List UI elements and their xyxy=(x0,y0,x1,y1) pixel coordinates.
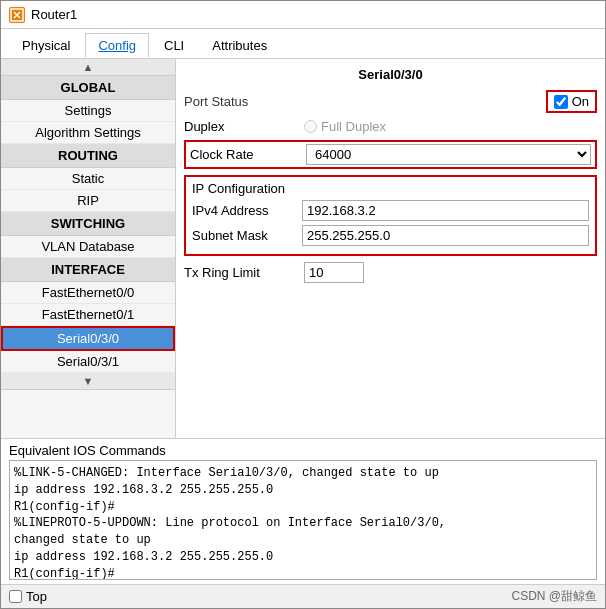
port-status-label: Port Status xyxy=(184,94,304,109)
ios-line-4: %LINEPROTO-5-UPDOWN: Line protocol on In… xyxy=(14,515,592,532)
title-bar: Router1 xyxy=(1,1,605,29)
top-label: Top xyxy=(26,589,47,604)
status-bar: Top CSDN @甜鲸鱼 xyxy=(1,584,605,608)
sidebar-item-serial030[interactable]: Serial0/3/0 xyxy=(1,326,175,351)
main-window: Router1 Physical Config CLI Attributes ▲… xyxy=(0,0,606,609)
tab-cli[interactable]: CLI xyxy=(151,33,197,58)
on-checkbox[interactable] xyxy=(554,95,568,109)
sidebar-item-rip[interactable]: RIP xyxy=(1,190,175,212)
sidebar-switching-header: SWITCHING xyxy=(1,212,175,236)
on-label: On xyxy=(572,94,589,109)
sidebar-item-fastethernet01[interactable]: FastEthernet0/1 xyxy=(1,304,175,326)
ios-line-2: ip address 192.168.3.2 255.255.255.0 xyxy=(14,482,592,499)
top-checkbox[interactable] xyxy=(9,590,22,603)
ios-line-3: R1(config-if)# xyxy=(14,499,592,516)
clock-rate-select[interactable]: 64000 9600 56000 128000 xyxy=(306,144,591,165)
ios-line-1: %LINK-5-CHANGED: Interface Serial0/3/0, … xyxy=(14,465,592,482)
ipv4-address-row: IPv4 Address xyxy=(192,200,589,221)
ipv4-address-label: IPv4 Address xyxy=(192,203,302,218)
subnet-mask-input[interactable] xyxy=(302,225,589,246)
duplex-radio: Full Duplex xyxy=(304,119,386,134)
tab-attributes[interactable]: Attributes xyxy=(199,33,280,58)
ios-commands-section: Equivalent IOS Commands %LINK-5-CHANGED:… xyxy=(1,438,605,584)
ios-line-6: ip address 192.168.3.2 255.255.255.0 xyxy=(14,549,592,566)
duplex-row: Duplex Full Duplex xyxy=(184,119,597,134)
duplex-label: Duplex xyxy=(184,119,304,134)
full-duplex-label: Full Duplex xyxy=(321,119,386,134)
ipv4-address-input[interactable] xyxy=(302,200,589,221)
tx-ring-input[interactable] xyxy=(304,262,364,283)
sidebar-item-static[interactable]: Static xyxy=(1,168,175,190)
tab-config[interactable]: Config xyxy=(85,33,149,58)
clock-rate-row: Clock Rate 64000 9600 56000 128000 xyxy=(184,140,597,169)
sidebar-item-vlan-database[interactable]: VLAN Database xyxy=(1,236,175,258)
sidebar-global-header: GLOBAL xyxy=(1,76,175,100)
sidebar-item-settings[interactable]: Settings xyxy=(1,100,175,122)
ip-config-title: IP Configuration xyxy=(192,181,589,196)
full-duplex-radio[interactable] xyxy=(304,120,317,133)
clock-rate-label: Clock Rate xyxy=(190,147,306,162)
sidebar-routing-header: ROUTING xyxy=(1,144,175,168)
csdn-watermark: CSDN @甜鲸鱼 xyxy=(511,588,597,605)
subnet-mask-row: Subnet Mask xyxy=(192,225,589,246)
ios-line-5: changed state to up xyxy=(14,532,592,549)
sidebar-interface-header: INTERFACE xyxy=(1,258,175,282)
on-checkbox-container: On xyxy=(546,90,597,113)
right-panel: Serial0/3/0 Port Status On Duplex Full D… xyxy=(176,59,605,438)
tab-bar: Physical Config CLI Attributes xyxy=(1,29,605,59)
sidebar-item-fastethernet00[interactable]: FastEthernet0/0 xyxy=(1,282,175,304)
ip-config-section: IP Configuration IPv4 Address Subnet Mas… xyxy=(184,175,597,256)
app-icon xyxy=(9,7,25,23)
sidebar-item-serial031[interactable]: Serial0/3/1 xyxy=(1,351,175,373)
tab-physical[interactable]: Physical xyxy=(9,33,83,58)
scroll-up-button[interactable]: ▲ xyxy=(1,59,175,76)
scroll-down-button[interactable]: ▼ xyxy=(1,373,175,390)
ios-commands-label: Equivalent IOS Commands xyxy=(1,439,605,460)
ios-commands-box[interactable]: %LINK-5-CHANGED: Interface Serial0/3/0, … xyxy=(9,460,597,580)
tx-ring-row: Tx Ring Limit xyxy=(184,262,597,283)
main-content: ▲ GLOBAL Settings Algorithm Settings ROU… xyxy=(1,59,605,438)
port-status-row: Port Status On xyxy=(184,90,597,113)
ios-line-7: R1(config-if)# xyxy=(14,566,592,580)
tx-ring-label: Tx Ring Limit xyxy=(184,265,304,280)
window-title: Router1 xyxy=(31,7,77,22)
top-checkbox-container: Top xyxy=(9,589,47,604)
sidebar: ▲ GLOBAL Settings Algorithm Settings ROU… xyxy=(1,59,176,438)
subnet-mask-label: Subnet Mask xyxy=(192,228,302,243)
sidebar-item-algorithm-settings[interactable]: Algorithm Settings xyxy=(1,122,175,144)
interface-title: Serial0/3/0 xyxy=(184,67,597,82)
